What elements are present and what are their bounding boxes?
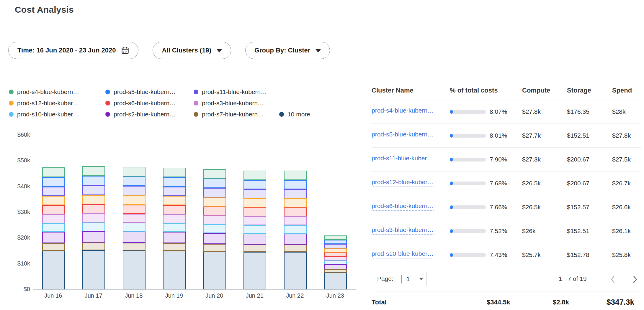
bar-segment[interactable] xyxy=(243,252,266,289)
bar-segment[interactable] xyxy=(284,245,307,252)
legend-item[interactable]: prod-s12-blue-kuber… xyxy=(9,100,105,107)
bar-segment[interactable] xyxy=(163,214,186,223)
bar-segment[interactable] xyxy=(324,264,347,269)
bar-segment[interactable] xyxy=(203,188,226,197)
bar-segment[interactable] xyxy=(324,269,347,273)
bar-segment[interactable] xyxy=(42,177,65,187)
bar-segment[interactable] xyxy=(42,232,65,243)
cluster-link[interactable]: prod-s6-blue-kubern… xyxy=(372,202,434,211)
legend-item[interactable]: prod-s5-blue-kubern… xyxy=(105,88,194,95)
legend-item[interactable]: prod-s3-blue-kubern… xyxy=(194,100,279,107)
time-range-filter[interactable]: Time: 16 Jun 2020 - 23 Jun 2020 xyxy=(8,42,138,59)
stacked-bar[interactable] xyxy=(324,235,347,289)
bar-segment[interactable] xyxy=(163,187,186,196)
bar-segment[interactable] xyxy=(42,167,65,177)
bar-segment[interactable] xyxy=(163,243,186,251)
bar-segment[interactable] xyxy=(82,185,105,195)
bar-segment[interactable] xyxy=(284,252,307,289)
cluster-link[interactable]: prod-s10-blue-kuber… xyxy=(372,250,434,258)
next-page-button[interactable] xyxy=(630,274,640,285)
bar-segment[interactable] xyxy=(123,205,146,214)
bar-segment[interactable] xyxy=(163,251,186,289)
bar-segment[interactable] xyxy=(123,177,146,186)
bar-segment[interactable] xyxy=(324,244,347,248)
bar-segment[interactable] xyxy=(243,171,266,180)
bar-segment[interactable] xyxy=(284,225,307,234)
bar-segment[interactable] xyxy=(42,251,65,289)
bar-segment[interactable] xyxy=(243,216,266,225)
cluster-link[interactable]: prod-s11-blue-kuber… xyxy=(372,155,433,163)
cluster-link[interactable]: prod-s3-blue-kubern… xyxy=(372,226,434,235)
bar-segment[interactable] xyxy=(163,168,186,177)
bar-segment[interactable] xyxy=(82,250,105,289)
cluster-link[interactable]: prod-s12-blue-kuber… xyxy=(372,179,434,187)
bar-segment[interactable] xyxy=(123,243,146,250)
bar-segment[interactable] xyxy=(284,189,307,198)
bar-segment[interactable] xyxy=(284,216,307,225)
bar-segment[interactable] xyxy=(82,176,105,186)
legend-item[interactable]: prod-s2-blue-kubern… xyxy=(105,111,194,118)
bar-segment[interactable] xyxy=(163,223,186,232)
bar-segment[interactable] xyxy=(243,245,266,252)
bar-segment[interactable] xyxy=(324,248,347,253)
bar-segment[interactable] xyxy=(163,205,186,214)
legend-item[interactable]: prod-s11-blue-kubern… xyxy=(194,88,279,95)
bar-segment[interactable] xyxy=(123,250,146,289)
prev-page-button[interactable] xyxy=(608,274,618,285)
bar-segment[interactable] xyxy=(284,180,307,189)
bar-segment[interactable] xyxy=(243,225,266,234)
bar-segment[interactable] xyxy=(163,232,186,243)
bar-segment[interactable] xyxy=(203,169,226,179)
bar-segment[interactable] xyxy=(324,253,347,257)
bar-segment[interactable] xyxy=(123,214,146,223)
legend-item[interactable]: prod-s6-blue-kubern… xyxy=(105,100,194,107)
bar-segment[interactable] xyxy=(123,167,146,177)
bar-segment[interactable] xyxy=(42,243,65,251)
bar-segment[interactable] xyxy=(203,207,226,216)
bar-segment[interactable] xyxy=(203,197,226,207)
bar-segment[interactable] xyxy=(203,224,226,233)
bar-segment[interactable] xyxy=(324,240,347,244)
bar-segment[interactable] xyxy=(284,198,307,207)
stacked-bar[interactable] xyxy=(284,171,307,289)
bar-segment[interactable] xyxy=(324,260,347,264)
bar-segment[interactable] xyxy=(203,215,226,224)
bar-segment[interactable] xyxy=(324,257,347,261)
legend-item[interactable]: prod-s10-blue-kuber… xyxy=(9,111,105,118)
bar-segment[interactable] xyxy=(324,273,347,289)
cluster-link[interactable]: prod-s4-blue-kubern… xyxy=(372,107,434,115)
stacked-bar[interactable] xyxy=(42,167,65,289)
bar-segment[interactable] xyxy=(82,204,105,213)
legend-item[interactable]: 10 more xyxy=(279,111,310,118)
bar-segment[interactable] xyxy=(203,244,226,252)
stacked-bar[interactable] xyxy=(243,171,266,289)
bar-segment[interactable] xyxy=(243,198,266,207)
bar-segment[interactable] xyxy=(203,233,226,244)
bar-segment[interactable] xyxy=(82,195,105,204)
bar-segment[interactable] xyxy=(243,234,266,245)
stacked-bar[interactable] xyxy=(203,169,226,289)
page-select[interactable]: 1 xyxy=(400,272,426,286)
bar-segment[interactable] xyxy=(243,189,266,198)
bar-segment[interactable] xyxy=(324,235,347,240)
bar-segment[interactable] xyxy=(42,196,65,205)
cluster-link[interactable]: prod-s5-blue-kubern… xyxy=(372,131,434,139)
bar-segment[interactable] xyxy=(203,179,226,188)
bar-segment[interactable] xyxy=(163,196,186,205)
bar-segment[interactable] xyxy=(82,231,105,243)
stacked-bar[interactable] xyxy=(163,168,186,289)
legend-item[interactable]: prod-s7-blue-kubern… xyxy=(194,111,279,118)
bar-segment[interactable] xyxy=(284,207,307,217)
bar-segment[interactable] xyxy=(82,243,105,250)
bar-segment[interactable] xyxy=(82,213,105,222)
bar-segment[interactable] xyxy=(42,214,65,223)
bar-segment[interactable] xyxy=(82,166,105,176)
stacked-bar[interactable] xyxy=(123,167,146,289)
bar-segment[interactable] xyxy=(243,207,266,217)
bar-segment[interactable] xyxy=(163,177,186,187)
bar-segment[interactable] xyxy=(284,171,307,180)
bar-segment[interactable] xyxy=(123,186,146,195)
bar-segment[interactable] xyxy=(123,223,146,232)
bar-segment[interactable] xyxy=(203,252,226,289)
bar-segment[interactable] xyxy=(42,223,65,232)
